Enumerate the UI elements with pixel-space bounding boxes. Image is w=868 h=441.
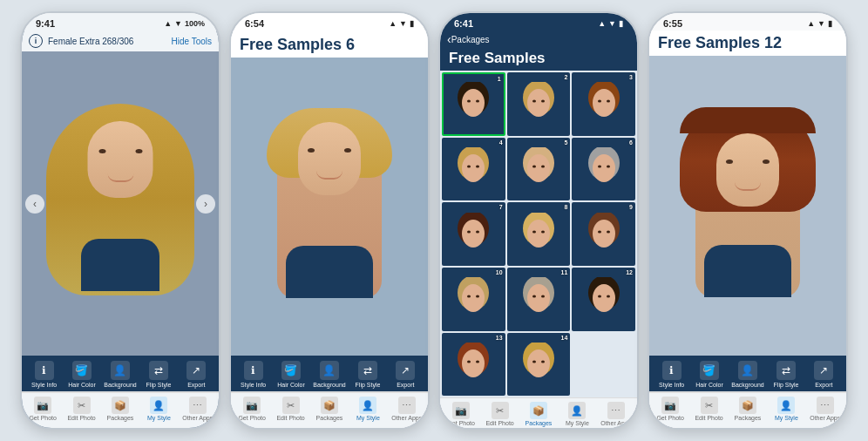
thumb-num-11: 11	[561, 269, 568, 275]
nav-got-photo-3[interactable]: 📷 Got Photo	[445, 402, 477, 426]
nav-my-style-1[interactable]: 👤 My Style	[143, 397, 174, 421]
hair-thumb-7[interactable]: 7	[442, 202, 505, 266]
tool-style-info-2[interactable]: ℹ Style Info	[238, 361, 269, 388]
toolbar-1: ℹ Style Info 🪣 Hair Color 👤 Background ⇄…	[22, 356, 219, 391]
hair-thumb-10[interactable]: 10	[442, 268, 505, 331]
bottom-nav-1: 📷 Get Photo ✂ Edit Photo 📦 Packages 👤 My…	[22, 392, 219, 428]
tool-flip-style-2[interactable]: ⇄ Flip Style	[352, 361, 383, 388]
face-4	[716, 133, 779, 207]
nav-label-4-3: My Style	[775, 415, 798, 421]
tool-label-2-1: Hair Color	[277, 382, 305, 388]
nav-other-apps-4[interactable]: ⋯ Other Apps	[810, 397, 841, 421]
hair-thumb-5[interactable]: 5	[507, 138, 571, 201]
got-photo-icon-3: 📷	[452, 402, 470, 419]
nav-label-2-4: Other Apps	[391, 415, 422, 421]
svg-point-5	[527, 89, 550, 117]
nav-other-apps-1[interactable]: ⋯ Other Apps	[182, 397, 214, 421]
phone-screen-4: 6:55 ▲ ▼ ▮ Free Samples 12	[648, 11, 848, 430]
export-icon-4: ↗	[814, 361, 833, 380]
other-apps-icon-3: ⋯	[607, 402, 625, 419]
arrow-left-1[interactable]: ‹	[25, 194, 44, 214]
status-icons-2: ▲ ▼ ▮	[389, 19, 414, 28]
other-apps-icon-4: ⋯	[817, 397, 834, 414]
svg-point-9	[593, 89, 615, 117]
arrow-right-1[interactable]: ›	[196, 194, 215, 214]
nav-edit-photo-1[interactable]: ✂ Edit Photo	[66, 397, 98, 421]
nav-get-photo-1[interactable]: 📷 Get Photo	[27, 397, 58, 421]
svg-point-3	[476, 100, 479, 103]
tool-flip-style-1[interactable]: ⇄ Flip Style	[143, 361, 174, 388]
content-2: Free Samples 6	[231, 31, 428, 428]
smile-1	[107, 173, 133, 182]
nav-my-style-3[interactable]: 👤 My Style	[561, 402, 593, 426]
tool-label-background-1: Background	[104, 382, 136, 388]
info-icon-1[interactable]: i	[29, 34, 43, 48]
hair-thumb-9[interactable]: 9	[572, 202, 635, 266]
hair-thumb-13[interactable]: 13	[442, 333, 505, 397]
nav-my-style-4[interactable]: 👤 My Style	[770, 397, 802, 421]
nav-label-packages-1: Packages	[107, 415, 134, 421]
nav-packages-2[interactable]: 📦 Packages	[314, 397, 345, 421]
svg-point-6	[532, 100, 536, 103]
hair-thumb-8[interactable]: 8	[507, 202, 571, 266]
nav-other-apps-2[interactable]: ⋯ Other Apps	[391, 397, 423, 421]
bottom-nav-4: 📷 Get Photo ✂ Edit Photo 📦 Packages 👤 My…	[649, 392, 846, 428]
status-bar-3: 6:41 ▲ ▼ ▮	[440, 13, 637, 31]
tool-background-4[interactable]: 👤 Background	[731, 361, 763, 388]
hair-thumb-1[interactable]: 1	[442, 72, 505, 136]
tool-label-4-1: Hair Color	[695, 382, 723, 388]
nav-get-photo-2[interactable]: 📷 Get Photo	[236, 397, 268, 421]
clothing-1	[81, 239, 159, 291]
tool-style-info-4[interactable]: ℹ Style Info	[656, 361, 688, 388]
hair-thumb-2[interactable]: 2	[507, 72, 571, 136]
tool-export-2[interactable]: ↗ Export	[390, 361, 421, 388]
nav-packages-3[interactable]: 📦 Packages	[523, 402, 554, 426]
nav-my-style-2[interactable]: 👤 My Style	[352, 397, 383, 421]
nav-edit-photo-4[interactable]: ✂ Edit Photo	[694, 397, 725, 421]
page-title-2: Free Samples 6	[240, 36, 419, 54]
battery-1: 100%	[185, 19, 205, 28]
thumb-num-1: 1	[498, 76, 501, 82]
phone-screen-2: 6:54 ▲ ▼ ▮ Free Samples 6	[229, 11, 430, 430]
back-button-3[interactable]: ‹ Packages	[447, 32, 490, 46]
svg-point-30	[532, 230, 536, 233]
hair-thumb-3[interactable]: 3	[572, 72, 635, 136]
tool-background-2[interactable]: 👤 Background	[313, 361, 345, 388]
svg-point-7	[541, 100, 545, 103]
nav-other-apps-3[interactable]: ⋯ Other Apps	[600, 402, 632, 426]
nav-packages-1[interactable]: 📦 Packages	[105, 397, 136, 421]
tool-export-4[interactable]: ↗ Export	[808, 361, 839, 388]
hair-thumb-12[interactable]: 12	[572, 268, 635, 331]
nav-edit-photo-2[interactable]: ✂ Edit Photo	[275, 397, 307, 421]
svg-point-23	[607, 166, 610, 168]
tool-hair-color-2[interactable]: 🪣 Hair Color	[275, 361, 307, 388]
page-title-3: Free Samples	[449, 50, 628, 67]
clothing-4	[704, 245, 791, 297]
hide-tools-btn[interactable]: Hide Tools	[171, 37, 212, 46]
style-info-icon-1: ℹ	[35, 361, 54, 380]
tool-hair-color-1[interactable]: 🪣 Hair Color	[66, 361, 98, 388]
tool-style-info-1[interactable]: ℹ Style Info	[29, 361, 60, 388]
hair-thumb-14[interactable]: 14	[507, 333, 571, 397]
hair-thumb-4[interactable]: 4	[442, 138, 505, 201]
thumb-num-14: 14	[561, 335, 568, 341]
hair-color-icon-1: 🪣	[72, 361, 92, 380]
nav-label-2-3: My Style	[356, 415, 380, 421]
nav-edit-photo-3[interactable]: ✂ Edit Photo	[485, 402, 516, 426]
my-style-icon-4: 👤	[777, 397, 795, 414]
nav-get-photo-4[interactable]: 📷 Get Photo	[654, 397, 686, 421]
tool-background-1[interactable]: 👤 Background	[104, 361, 136, 388]
back-label-3: Packages	[451, 35, 490, 44]
tool-hair-color-4[interactable]: 🪣 Hair Color	[694, 361, 725, 388]
tool-flip-style-4[interactable]: ⇄ Flip Style	[770, 361, 802, 388]
hair-thumb-6[interactable]: 6	[572, 138, 635, 201]
tool-export-1[interactable]: ↗ Export	[180, 361, 212, 388]
thumb-num-3: 3	[629, 74, 633, 80]
nav-label-3-1: Edit Photo	[485, 420, 513, 426]
wifi-icon-1: ▼	[174, 19, 182, 28]
hair-thumb-11[interactable]: 11	[507, 268, 571, 331]
nav-packages-4[interactable]: 📦 Packages	[732, 397, 763, 421]
my-style-icon-3: 👤	[568, 402, 586, 419]
svg-point-51	[476, 361, 479, 363]
svg-point-26	[467, 230, 471, 233]
